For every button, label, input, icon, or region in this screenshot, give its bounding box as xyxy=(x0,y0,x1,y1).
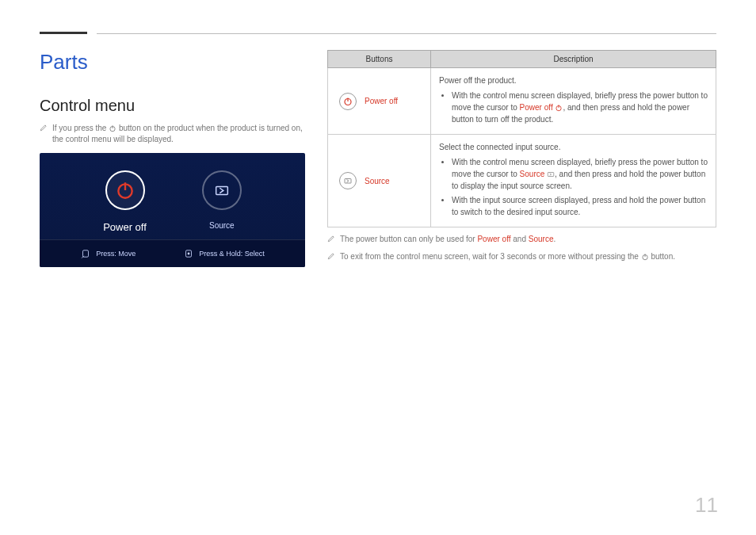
control-menu-preview: Power off Source Press: Move xyxy=(40,153,305,267)
desc-bullet: With the input source screen displayed, … xyxy=(452,194,708,218)
buttons-description-table: Buttons Description Power off xyxy=(327,50,716,227)
button-label: Power off xyxy=(365,95,398,107)
intro-note: If you press the button on the product w… xyxy=(40,123,305,145)
power-icon xyxy=(641,253,649,261)
table-header-buttons: Buttons xyxy=(328,51,431,68)
header-rule xyxy=(40,32,716,34)
table-row: Power off Power off the product. With th… xyxy=(328,68,716,135)
svg-rect-12 xyxy=(345,179,351,184)
press-hold-icon xyxy=(183,248,194,259)
pencil-icon xyxy=(327,252,335,260)
chapter-title: Parts xyxy=(40,50,305,75)
desc-bullet: With the control menu screen displayed, … xyxy=(452,90,708,125)
control-hint-label: Press: Move xyxy=(96,250,136,258)
control-menu-item-label: Power off xyxy=(103,221,147,233)
footnote: To exit from the control menu screen, wa… xyxy=(327,251,716,262)
button-label: Source xyxy=(365,175,390,187)
source-icon xyxy=(213,182,231,199)
source-icon xyxy=(339,172,357,189)
power-icon xyxy=(115,180,136,201)
table-header-description: Description xyxy=(431,51,716,68)
desc-bullet: With the control menu screen displayed, … xyxy=(452,156,708,192)
pencil-icon xyxy=(40,124,48,132)
table-row: Source Select the connected input source… xyxy=(328,135,716,227)
page-number: 11 xyxy=(695,493,718,518)
section-title: Control menu xyxy=(40,97,305,115)
control-menu-item-power-off: Power off xyxy=(103,170,147,233)
svg-point-7 xyxy=(188,253,190,255)
control-menu-item-source: Source xyxy=(202,170,242,233)
desc-lead: Power off the product. xyxy=(439,75,708,86)
footnote: The power button can only be used for Po… xyxy=(327,234,716,245)
desc-lead: Select the connected input source. xyxy=(439,141,708,153)
pencil-icon xyxy=(327,235,335,243)
power-icon xyxy=(339,93,357,110)
control-hint-hold: Press & Hold: Select xyxy=(183,248,265,259)
control-menu-item-label: Source xyxy=(202,221,242,230)
control-hint-press: Press: Move xyxy=(80,248,136,259)
control-hint-label: Press & Hold: Select xyxy=(199,250,265,258)
power-icon xyxy=(109,124,116,132)
svg-rect-4 xyxy=(216,186,228,194)
source-icon xyxy=(547,170,555,178)
press-icon xyxy=(80,248,91,259)
intro-note-pre: If you press the xyxy=(52,124,109,132)
power-icon xyxy=(555,104,563,112)
